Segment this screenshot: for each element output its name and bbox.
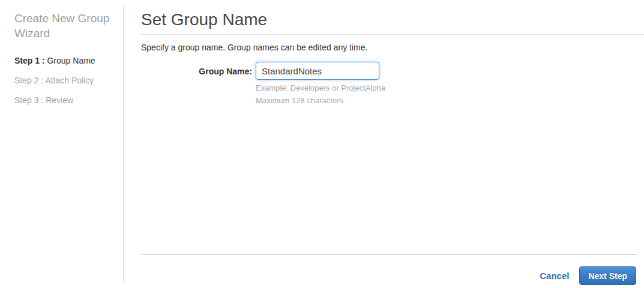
footer-actions: Cancel Next Step	[540, 266, 636, 285]
group-name-input[interactable]	[256, 62, 379, 80]
wizard-sidebar: Create New Group Wizard Step 1 : Group N…	[0, 0, 123, 288]
group-name-example-hint: Example: Developers or ProjectAlpha	[256, 82, 385, 94]
page-description: Specify a group name. Group names can be…	[141, 42, 644, 53]
wizard-title: Create New Group Wizard	[14, 11, 110, 41]
step-label: Review	[43, 95, 73, 105]
cancel-button[interactable]: Cancel	[540, 271, 569, 281]
step-label: Group Name	[45, 56, 95, 65]
group-name-max-hint: Maximum 128 characters	[256, 94, 385, 107]
group-name-form-row: Group Name: Example: Developers or Proje…	[141, 62, 644, 107]
next-step-button[interactable]: Next Step	[579, 266, 636, 285]
footer-divider	[141, 254, 637, 255]
step-number: Step 1 :	[14, 56, 45, 65]
group-name-label: Group Name:	[141, 62, 252, 76]
sidebar-step-group-name[interactable]: Step 1 : Group Name	[14, 56, 117, 65]
step-label: Attach Policy	[43, 76, 94, 85]
step-number: Step 3 :	[14, 95, 43, 105]
page-title: Set Group Name	[141, 10, 644, 35]
main-panel: Set Group Name Specify a group name. Gro…	[141, 0, 644, 288]
step-number: Step 2 :	[14, 76, 43, 85]
sidebar-vertical-divider	[123, 5, 124, 283]
group-name-field-wrapper: Example: Developers or ProjectAlpha Maxi…	[256, 62, 385, 107]
sidebar-step-attach-policy[interactable]: Step 2 : Attach Policy	[14, 76, 117, 85]
sidebar-step-review[interactable]: Step 3 : Review	[14, 96, 117, 105]
